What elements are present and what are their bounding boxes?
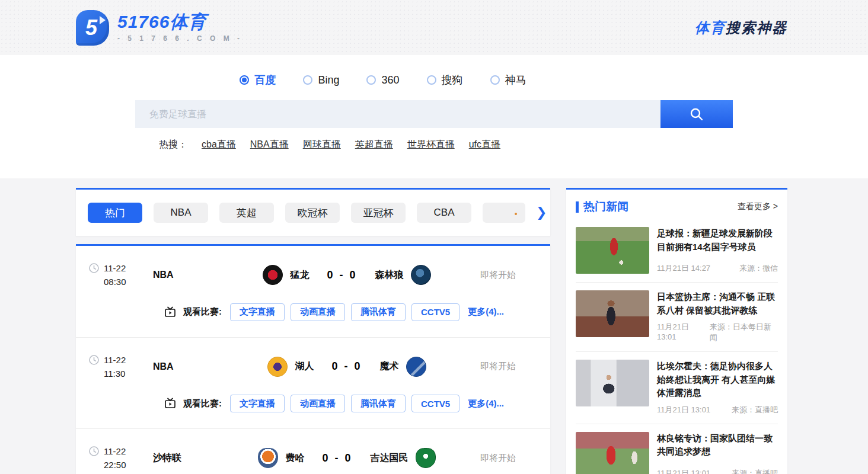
- match-clock: 08:30: [104, 275, 126, 289]
- news-title[interactable]: 林良铭专访：国家队团结一致 共同追求梦想: [657, 432, 778, 459]
- match-date: 11-22: [104, 353, 126, 367]
- news-date: 11月21日 13:01: [657, 322, 710, 343]
- search-section: 百度 Bing 360 搜狗 神马 热搜： cba直播 NB: [0, 55, 868, 178]
- hot-news-title-text: 热门新闻: [583, 199, 628, 214]
- away-team-name: 森林狼: [375, 269, 404, 281]
- watch-label: 观看比赛:: [183, 306, 222, 318]
- search-icon: [689, 107, 704, 122]
- hot-link-ufc[interactable]: ufc直播: [469, 139, 500, 151]
- league-name: NBA: [153, 270, 228, 280]
- tab-cba[interactable]: CBA: [417, 203, 471, 223]
- radio-icon[interactable]: [303, 75, 312, 85]
- home-team-name: 猛龙: [290, 269, 309, 281]
- radio-icon[interactable]: [490, 75, 500, 85]
- match-score: 0 - 0: [322, 452, 352, 465]
- tv-play-icon: [164, 306, 176, 318]
- match-row[interactable]: 11-22 08:30 NBA 猛龙 0 - 0 森林狼 即将开始: [76, 246, 550, 338]
- tagline-highlight: 体育: [695, 20, 726, 36]
- news-thumbnail-celebration: [576, 432, 649, 474]
- news-item[interactable]: 日本篮协主席：沟通不畅 正联系八村 保留被其批评教练 11月21日 13:01 …: [576, 283, 778, 352]
- site-tagline: 体育搜索神器: [695, 18, 787, 37]
- animation-live-button[interactable]: 动画直播: [291, 395, 345, 412]
- news-item[interactable]: 比埃尔霍夫：德足协内很多人始终想让我离开 有人甚至向媒体泄露消息 11月21日 …: [576, 352, 778, 424]
- view-more-link[interactable]: 查看更多 >: [738, 201, 778, 212]
- match-score: 0 - 0: [331, 360, 362, 373]
- match-clock: 11:30: [104, 367, 126, 380]
- search-bar: [135, 100, 733, 128]
- cctv5-button[interactable]: CCTV5: [411, 395, 459, 412]
- chevron-right-icon[interactable]: ❯: [536, 206, 547, 219]
- engine-option-sogou[interactable]: 搜狗: [427, 73, 463, 87]
- news-title[interactable]: 比埃尔霍夫：德足协内很多人始终想让我离开 有人甚至向媒体泄露消息: [657, 360, 778, 400]
- text-live-button[interactable]: 文字直播: [230, 303, 285, 321]
- news-title[interactable]: 日本篮协主席：沟通不畅 正联系八村 保留被其批评教练: [657, 290, 778, 317]
- tencent-sports-button[interactable]: 腾讯体育: [351, 303, 406, 321]
- raptors-logo: [263, 265, 283, 285]
- tencent-sports-button[interactable]: 腾讯体育: [351, 395, 406, 412]
- news-item[interactable]: 林良铭专访：国家队团结一致 共同追求梦想 11月21日 13:01 来源：直播吧: [576, 424, 778, 474]
- match-status: 即将开始: [480, 453, 537, 464]
- engine-selector: 百度 Bing 360 搜狗 神马: [84, 73, 682, 87]
- tab-ucl[interactable]: 欧冠杯: [285, 203, 340, 223]
- hot-link-tennis[interactable]: 网球直播: [303, 139, 341, 151]
- tab-partial[interactable]: [483, 203, 525, 223]
- engine-option-baidu[interactable]: 百度: [240, 73, 276, 87]
- clock-icon: [89, 263, 99, 273]
- clock-icon: [89, 446, 99, 456]
- tab-epl[interactable]: 英超: [219, 203, 274, 223]
- tagline-rest: 搜索神器: [726, 20, 787, 36]
- alahli-logo: [416, 448, 436, 468]
- match-clock: 22:50: [104, 458, 126, 472]
- radio-icon[interactable]: [240, 75, 249, 85]
- engine-option-shenma[interactable]: 神马: [490, 73, 526, 87]
- engine-option-bing[interactable]: Bing: [303, 73, 339, 87]
- engine-label: 搜狗: [442, 73, 463, 87]
- match-row[interactable]: 11-22 22:50 沙特联 费哈 0 - 0 吉达国民 即将开始: [76, 429, 550, 474]
- news-item[interactable]: 足球报：新疆足球发展新阶段 目前拥有14名国字号球员 11月21日 14:27 …: [576, 219, 778, 283]
- animation-live-button[interactable]: 动画直播: [291, 303, 345, 321]
- timberwolves-logo: [411, 265, 431, 285]
- hot-news-panel: 热门新闻 查看更多 > 足球报：新疆足球发展新阶段 目前拥有14名国字号球员 1…: [566, 188, 787, 474]
- engine-label: 百度: [254, 73, 276, 87]
- news-source: 来源：直播吧: [732, 405, 778, 415]
- lakers-logo: [267, 357, 288, 377]
- match-status: 即将开始: [480, 270, 537, 281]
- watch-label: 观看比赛:: [183, 398, 222, 409]
- away-team-name: 魔术: [380, 360, 399, 373]
- hot-link-worldcup[interactable]: 世界杯直播: [407, 139, 455, 151]
- radio-icon[interactable]: [427, 75, 436, 85]
- match-time: 11-22 08:30: [89, 261, 153, 289]
- hot-link-nba[interactable]: NBA直播: [250, 139, 289, 151]
- match-row[interactable]: 11-22 11:30 NBA 湖人 0 - 0 魔术 即将开始: [76, 338, 550, 430]
- news-source: 来源：直播吧: [732, 468, 778, 474]
- more-sources-link[interactable]: 更多(4)...: [468, 398, 504, 409]
- tab-hot[interactable]: 热门: [88, 203, 142, 223]
- news-date: 11月21日 13:01: [657, 468, 710, 474]
- news-thumbnail-basketball-player: [576, 290, 649, 337]
- hot-link-cba[interactable]: cba直播: [202, 139, 236, 151]
- more-sources-link[interactable]: 更多(4)...: [468, 306, 504, 318]
- logo-number: 5: [85, 15, 97, 40]
- search-input[interactable]: [135, 100, 660, 128]
- cctv5-button[interactable]: CCTV5: [411, 303, 459, 321]
- site-logo[interactable]: 5 51766体育 - 5 1 7 6 6 . C O M -: [76, 10, 242, 46]
- match-list: 11-22 08:30 NBA 猛龙 0 - 0 森林狼 即将开始: [76, 244, 550, 474]
- tab-acl[interactable]: 亚冠杯: [351, 203, 406, 223]
- news-title[interactable]: 足球报：新疆足球发展新阶段 目前拥有14名国字号球员: [657, 227, 778, 254]
- logo-title: 51766体育: [117, 12, 242, 31]
- engine-label: 360: [381, 74, 399, 87]
- text-live-button[interactable]: 文字直播: [230, 395, 285, 412]
- news-date: 11月21日 14:27: [657, 263, 710, 274]
- tab-nba[interactable]: NBA: [154, 203, 208, 223]
- match-date: 11-22: [104, 261, 126, 275]
- match-time: 11-22 11:30: [89, 353, 153, 381]
- content-area: 热门 NBA 英超 欧冠杯 亚冠杯 CBA ❯ 11-2: [0, 178, 868, 474]
- search-button[interactable]: [660, 100, 733, 128]
- logo-badge-icon: 5: [76, 10, 109, 46]
- engine-label: 神马: [505, 73, 526, 87]
- hot-link-epl[interactable]: 英超直播: [355, 139, 393, 151]
- radio-icon[interactable]: [366, 75, 376, 85]
- title-accent-bar: [576, 201, 579, 213]
- engine-option-360[interactable]: 360: [366, 73, 399, 87]
- news-source: 来源：日本每日新闻: [710, 322, 778, 343]
